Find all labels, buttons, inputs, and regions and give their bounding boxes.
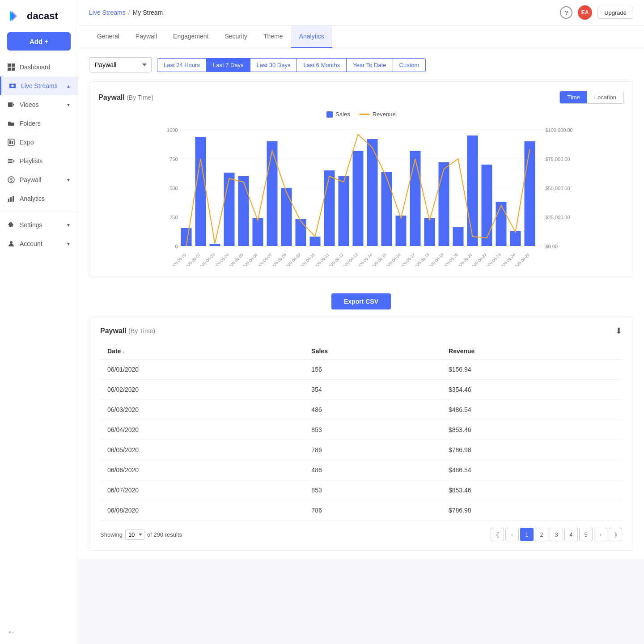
breadcrumb-current: My Stream xyxy=(133,9,163,16)
time-btn-ytd[interactable]: Year To Date xyxy=(347,58,393,72)
svg-text:2020-06-22: 2020-06-22 xyxy=(470,252,487,266)
bar-4 xyxy=(224,173,235,246)
filter-dropdown[interactable]: Paywall Views Plays xyxy=(89,57,152,72)
tab-paywall[interactable]: Paywall xyxy=(127,25,165,48)
svg-marker-9 xyxy=(13,103,14,106)
sidebar-item-playlists-label: Playlists xyxy=(20,157,42,165)
export-csv-button[interactable]: Export CSV xyxy=(331,293,391,309)
page-last-button[interactable]: ⟫ xyxy=(609,528,622,541)
svg-text:2020-06-11: 2020-06-11 xyxy=(312,252,330,266)
page-next-button[interactable]: › xyxy=(594,528,607,541)
tab-engagement[interactable]: Engagement xyxy=(165,25,216,48)
cell-date: 06/06/2020 xyxy=(100,460,304,480)
svg-text:2020-06-08: 2020-06-08 xyxy=(269,252,287,266)
svg-rect-15 xyxy=(8,162,13,163)
bar-8 xyxy=(281,188,292,246)
sidebar-item-videos[interactable]: Videos ▼ xyxy=(0,95,78,114)
svg-text:2020-06-23: 2020-06-23 xyxy=(484,252,502,266)
svg-text:2020-06-14: 2020-06-14 xyxy=(355,252,373,266)
sidebar-item-account[interactable]: Account ▼ xyxy=(0,234,78,253)
bar-3 xyxy=(210,244,220,246)
tab-theme[interactable]: Theme xyxy=(255,25,291,48)
cell-date: 06/04/2020 xyxy=(100,420,304,440)
logo: dacast xyxy=(0,0,78,32)
sidebar-item-analytics[interactable]: Analytics xyxy=(0,189,78,208)
col-date[interactable]: Date ↓ xyxy=(100,343,304,360)
sidebar-item-expo[interactable]: Expo xyxy=(0,133,78,152)
breadcrumb-parent[interactable]: Live Streams xyxy=(89,9,126,16)
legend-sales: Sales xyxy=(326,111,350,118)
cell-sales: 853 xyxy=(304,480,441,500)
bar-19 xyxy=(439,162,449,246)
video-icon xyxy=(7,101,15,109)
page-first-button[interactable]: ⟪ xyxy=(491,528,504,541)
cell-sales: 786 xyxy=(304,500,441,521)
svg-text:1000: 1000 xyxy=(167,127,178,133)
sidebar-item-settings[interactable]: Settings ▼ xyxy=(0,216,78,234)
svg-rect-19 xyxy=(8,199,9,202)
svg-text:2020-06-07: 2020-06-07 xyxy=(255,252,273,266)
help-button[interactable]: ? xyxy=(560,6,572,19)
page-prev-button[interactable]: ‹ xyxy=(505,528,519,541)
settings-chevron: ▼ xyxy=(66,223,71,228)
legend-revenue-label: Revenue xyxy=(373,111,396,118)
table-row: 06/02/2020 354 $354.46 xyxy=(100,380,622,400)
svg-text:$25,000.00: $25,000.00 xyxy=(546,215,570,220)
page-btn-5[interactable]: 5 xyxy=(579,528,593,541)
paywall-chevron: ▼ xyxy=(66,178,71,182)
view-btn-location[interactable]: Location xyxy=(587,91,623,103)
svg-text:2020-06-20: 2020-06-20 xyxy=(441,252,459,266)
table-subtitle: (By Time) xyxy=(128,327,155,335)
cell-revenue: $486.54 xyxy=(441,460,622,480)
time-btn-6m[interactable]: Last 6 Months xyxy=(297,58,347,72)
chart-subtitle: (By Time) xyxy=(127,93,153,101)
bar-7 xyxy=(267,141,278,246)
total-results: of 290 results xyxy=(147,531,182,538)
page-size-select[interactable]: 10 25 50 xyxy=(125,530,144,540)
filter-bar: Paywall Views Plays Last 24 Hours Last 7… xyxy=(89,57,633,72)
cell-sales: 486 xyxy=(304,460,441,480)
bar-16 xyxy=(396,216,407,246)
sidebar-item-live-streams[interactable]: Live Streams ▲ xyxy=(0,76,78,95)
add-button[interactable]: Add + xyxy=(7,32,71,51)
time-btn-24h[interactable]: Last 24 Hours xyxy=(157,58,207,72)
svg-text:2020-06-25: 2020-06-25 xyxy=(513,252,530,266)
sidebar-item-playlists[interactable]: Playlists xyxy=(0,152,78,170)
time-btn-7d[interactable]: Last 7 Days xyxy=(207,58,250,72)
gear-icon xyxy=(7,221,15,229)
svg-text:2020-06-18: 2020-06-18 xyxy=(412,252,430,266)
svg-text:$75,000.00: $75,000.00 xyxy=(546,157,570,162)
sidebar-item-folders[interactable]: Folders xyxy=(0,114,78,133)
svg-text:2020-06-19: 2020-06-19 xyxy=(427,252,445,266)
view-toggle: Time Location xyxy=(559,91,624,104)
page-btn-2[interactable]: 2 xyxy=(535,528,548,541)
svg-rect-2 xyxy=(8,64,11,67)
page-btn-1[interactable]: 1 xyxy=(520,528,534,541)
page-btn-4[interactable]: 4 xyxy=(564,528,578,541)
bar-15 xyxy=(381,172,392,246)
tab-analytics[interactable]: Analytics xyxy=(291,25,332,48)
view-btn-time[interactable]: Time xyxy=(560,91,587,103)
bar-20 xyxy=(453,227,464,246)
tab-security[interactable]: Security xyxy=(216,25,255,48)
time-btn-30d[interactable]: Last 30 Days xyxy=(250,58,297,72)
cell-revenue: $786.98 xyxy=(441,440,622,460)
breadcrumb-separator: / xyxy=(128,9,130,16)
back-arrow[interactable]: ← xyxy=(7,627,71,637)
sidebar-item-dashboard[interactable]: Dashboard xyxy=(0,58,78,76)
tab-general[interactable]: General xyxy=(89,25,127,48)
avatar[interactable]: EA xyxy=(578,5,592,20)
page-btn-3[interactable]: 3 xyxy=(550,528,563,541)
time-btn-custom[interactable]: Custom xyxy=(393,58,426,72)
cell-sales: 354 xyxy=(304,380,441,400)
download-icon[interactable]: ⬇ xyxy=(615,326,622,336)
chart-title-group: Paywall (By Time) xyxy=(98,93,153,102)
cell-sales: 486 xyxy=(304,400,441,420)
svg-text:2020-06-02: 2020-06-02 xyxy=(183,252,201,266)
upgrade-button[interactable]: Upgrade xyxy=(597,7,633,19)
svg-rect-14 xyxy=(8,161,13,161)
chart-title: Paywall xyxy=(98,93,125,101)
sidebar-item-paywall[interactable]: $ Paywall ▼ xyxy=(0,170,78,189)
playlist-icon xyxy=(7,157,15,165)
account-icon xyxy=(7,240,15,248)
